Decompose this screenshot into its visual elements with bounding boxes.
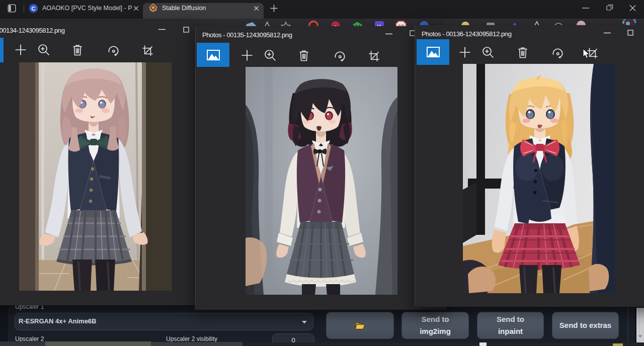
svg-text:C: C (31, 6, 35, 12)
